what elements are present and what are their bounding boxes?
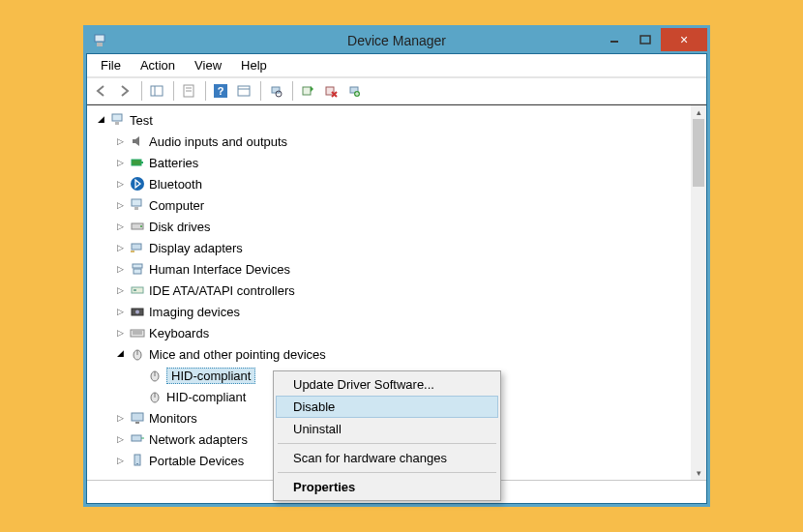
expand-icon[interactable]: ▷ <box>114 158 126 167</box>
menu-file[interactable]: File <box>91 56 131 74</box>
tree-node-disks[interactable]: ▷Disk drives <box>89 216 689 237</box>
disable-device-icon[interactable] <box>320 80 342 102</box>
show-hide-console-icon[interactable] <box>146 80 167 102</box>
expand-icon[interactable]: ▷ <box>114 413 126 423</box>
ctx-uninstall[interactable]: Uninstall <box>276 418 498 440</box>
context-menu: Update Driver Software... Disable Uninst… <box>273 370 501 501</box>
expand-icon[interactable]: ▷ <box>114 200 126 210</box>
ctx-separator <box>278 472 496 473</box>
action-icon[interactable] <box>233 80 254 102</box>
menu-help[interactable]: Help <box>231 56 277 74</box>
expand-icon[interactable]: ▷ <box>114 264 126 274</box>
tree-label: Batteries <box>149 156 198 170</box>
tree-node-bluetooth[interactable]: ▷Bluetooth <box>89 173 689 194</box>
expand-icon[interactable]: ▷ <box>114 179 126 189</box>
properties-icon[interactable] <box>178 80 199 102</box>
enable-device-icon[interactable] <box>297 80 318 102</box>
toolbar-separator <box>173 81 174 101</box>
menubar: File Action View Help <box>87 54 706 77</box>
scroll-thumb[interactable] <box>693 119 704 187</box>
svg-rect-22 <box>141 162 143 163</box>
tree-label: HID-compliant <box>166 368 255 384</box>
tree-label: Portable Devices <box>149 454 244 468</box>
back-button[interactable] <box>91 80 112 102</box>
svg-rect-45 <box>132 413 143 421</box>
tree-label: Mice and other pointing devices <box>149 347 326 362</box>
root-label: Test <box>130 113 153 128</box>
ctx-update-driver[interactable]: Update Driver Software... <box>276 373 498 396</box>
expand-icon[interactable]: ▷ <box>114 243 126 252</box>
tree-node-audio[interactable]: ▷Audio inputs and outputs <box>89 131 689 152</box>
forward-button[interactable] <box>114 80 135 102</box>
expand-icon[interactable]: ▷ <box>114 136 126 146</box>
collapse-icon[interactable]: ◢ <box>114 348 126 358</box>
svg-rect-1 <box>97 43 103 46</box>
menu-view[interactable]: View <box>185 56 231 74</box>
svg-rect-31 <box>134 269 141 274</box>
tree-label: Audio inputs and outputs <box>149 134 287 149</box>
tree-label: Keyboards <box>149 326 209 340</box>
close-button[interactable]: × <box>661 28 707 51</box>
tree-node-display[interactable]: ▷Display adapters <box>89 237 689 258</box>
menu-action[interactable]: Action <box>131 56 185 74</box>
ctx-scan[interactable]: Scan for hardware changes <box>276 447 498 469</box>
collapse-icon[interactable]: ◢ <box>95 114 106 124</box>
svg-rect-30 <box>133 264 142 268</box>
bluetooth-icon <box>130 176 145 192</box>
disk-icon <box>130 219 145 234</box>
expand-icon[interactable]: ▷ <box>114 434 126 444</box>
tree-node-imaging[interactable]: ▷Imaging devices <box>89 301 689 322</box>
computer-icon <box>130 197 145 213</box>
maximize-button[interactable] <box>630 28 661 51</box>
tree-node-computer[interactable]: ▷Computer <box>89 194 689 216</box>
tree-label: HID-compliant <box>166 390 246 404</box>
mouse-icon <box>147 389 163 404</box>
svg-point-35 <box>135 310 139 314</box>
tree-label: Computer <box>149 198 204 213</box>
expand-icon[interactable]: ▷ <box>114 285 126 295</box>
vertical-scrollbar[interactable]: ▴ ▾ <box>691 105 706 480</box>
scroll-up-arrow[interactable]: ▴ <box>691 105 706 119</box>
svg-rect-11 <box>238 86 250 96</box>
expand-icon[interactable]: ▷ <box>114 328 126 338</box>
expand-icon[interactable]: ▷ <box>114 456 126 465</box>
tree-root[interactable]: ◢ Test <box>89 109 689 131</box>
svg-text:?: ? <box>218 85 224 97</box>
computer-icon <box>110 112 126 128</box>
tree-label: Imaging devices <box>149 305 240 319</box>
titlebar[interactable]: Device Manager × <box>86 28 707 53</box>
tree-node-hid[interactable]: ▷Human Interface Devices <box>89 258 689 280</box>
svg-point-27 <box>140 225 142 227</box>
tree-label: Disk drives <box>149 220 211 234</box>
svg-rect-20 <box>115 122 119 125</box>
svg-rect-15 <box>303 87 311 95</box>
help-icon[interactable]: ? <box>210 80 231 102</box>
battery-icon <box>130 155 145 170</box>
svg-rect-29 <box>131 251 134 252</box>
tree-node-keyboards[interactable]: ▷Keyboards <box>89 322 689 343</box>
ctx-separator <box>278 443 496 444</box>
display-adapter-icon <box>130 240 145 255</box>
toolbar-separator <box>205 81 206 101</box>
speaker-icon <box>130 133 145 149</box>
toolbar: ? <box>87 77 706 104</box>
tree-node-mice[interactable]: ◢Mice and other pointing devices <box>89 343 689 365</box>
expand-icon[interactable]: ▷ <box>114 222 126 231</box>
ide-icon <box>130 282 145 298</box>
svg-rect-47 <box>132 435 141 441</box>
tree-node-ide[interactable]: ▷IDE ATA/ATAPI controllers <box>89 280 689 301</box>
ctx-properties[interactable]: Properties <box>276 476 498 498</box>
ctx-disable[interactable]: Disable <box>276 396 498 418</box>
scroll-down-arrow[interactable]: ▾ <box>691 466 706 480</box>
tree-label: IDE ATA/ATAPI controllers <box>149 283 295 298</box>
svg-rect-46 <box>135 422 139 424</box>
uninstall-device-icon[interactable] <box>343 80 365 102</box>
expand-icon[interactable]: ▷ <box>114 307 126 316</box>
hid-icon <box>130 261 145 277</box>
minimize-button[interactable] <box>599 28 630 51</box>
svg-rect-32 <box>132 287 143 293</box>
scan-hardware-icon[interactable] <box>265 80 286 102</box>
tree-node-batteries[interactable]: ▷Batteries <box>89 152 689 173</box>
svg-rect-50 <box>136 463 138 464</box>
svg-rect-13 <box>272 87 280 93</box>
